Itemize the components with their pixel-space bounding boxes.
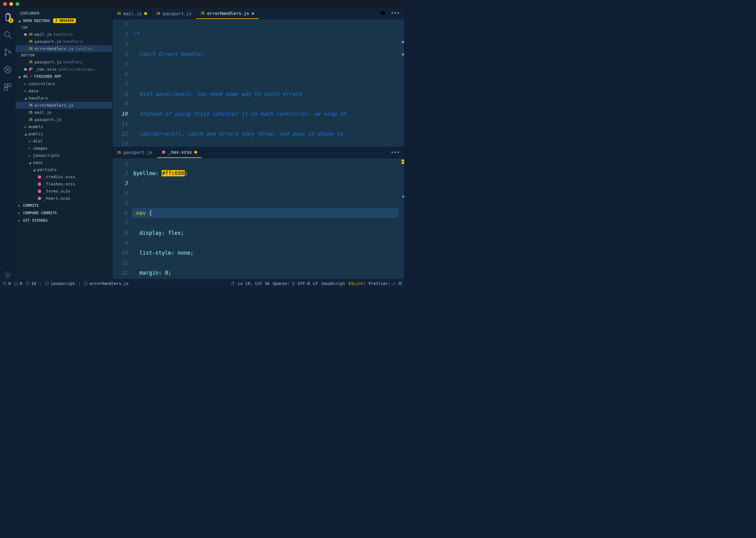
scm-icon[interactable]	[3, 48, 12, 57]
folder-sass[interactable]: ◢sass	[16, 159, 112, 166]
file-mail[interactable]: JSmail.js	[16, 109, 112, 116]
unsaved-count-badge: 2 UNSAVED	[53, 18, 76, 23]
svg-point-11	[38, 182, 41, 186]
svg-rect-6	[5, 84, 8, 87]
svg-point-12	[38, 189, 41, 193]
folder-javascripts[interactable]: ▸javascripts	[16, 152, 112, 159]
open-editor-nav-scss[interactable]: _nav.scss public/sass/pa…	[16, 66, 112, 73]
minimap[interactable]	[398, 158, 404, 279]
sidebar-title: EXPLORER	[16, 8, 112, 17]
folder-models[interactable]: ▸models	[16, 123, 112, 130]
folder-images[interactable]: ▸images	[16, 145, 112, 152]
split-editor-icon[interactable]	[380, 10, 386, 17]
project-header[interactable]: ◢ 45 - FINISHED APP	[16, 73, 112, 80]
window-titlebar	[0, 0, 404, 8]
tab-mail[interactable]: JSmail.js	[113, 8, 152, 19]
dirty-dot-icon	[144, 12, 147, 15]
folder-data[interactable]: ▸data	[16, 87, 112, 94]
editor-tabs-bottom: JSpassport.js _nav.scss •••	[113, 147, 404, 158]
explorer-sidebar: EXPLORER ◢ OPEN EDITORS 2 UNSAVED TOP JS…	[16, 8, 113, 279]
svg-point-2	[5, 49, 7, 51]
svg-point-10	[38, 175, 41, 179]
debug-icon[interactable]	[3, 65, 12, 74]
dirty-indicator-icon	[24, 33, 27, 36]
minimize-window-button[interactable]	[9, 2, 13, 6]
editor-tabs-top: JSmail.js JSpassport.js JSerrorHandlers.…	[113, 8, 404, 19]
file-credits-scss[interactable]: _credits.scss	[16, 173, 112, 180]
file-errorhandlers[interactable]: JSerrorHandlers.js	[16, 102, 112, 109]
status-encoding[interactable]: UTF-8	[298, 281, 310, 286]
minimap[interactable]	[398, 19, 404, 147]
svg-point-13	[38, 196, 41, 200]
compare-commits-section[interactable]: ▸COMPARE COMMITS	[16, 209, 112, 217]
git-stashes-section[interactable]: ▸GIT STASHES	[16, 217, 112, 224]
folder-public[interactable]: ◢public	[16, 130, 112, 137]
dirty-indicator-icon	[24, 68, 27, 71]
status-eol[interactable]: LF	[313, 281, 318, 286]
tab-passport[interactable]: JSpassport.js	[152, 8, 196, 19]
svg-rect-14	[381, 11, 385, 15]
explorer-icon[interactable]: 2	[3, 13, 12, 22]
modified-badge: 2	[8, 18, 13, 23]
dirty-dot-icon	[194, 151, 197, 154]
status-feedback-icon[interactable]: ☺	[398, 280, 402, 287]
status-scope[interactable]: javascript	[45, 281, 75, 286]
editor-group-top-label: TOP	[16, 25, 112, 31]
folder-controllers[interactable]: ▸controllers	[16, 80, 112, 87]
file-passport[interactable]: JSpassport.js	[16, 116, 112, 123]
status-prettier[interactable]: Prettier: ✓	[369, 281, 395, 286]
editor-content-bottom[interactable]: 123456789101112 $yellow: #ffc600; .nav {…	[113, 158, 404, 279]
svg-point-16	[162, 150, 165, 154]
line-gutter: 12345678910111213	[113, 19, 132, 147]
folder-handlers[interactable]: ◢handlers	[16, 94, 112, 102]
svg-point-3	[5, 54, 7, 56]
svg-point-0	[5, 32, 10, 37]
extensions-icon[interactable]	[3, 83, 12, 91]
editor-area: JSmail.js JSpassport.js JSerrorHandlers.…	[113, 8, 404, 279]
commits-section[interactable]: ▸COMMITS	[16, 202, 112, 209]
settings-gear-icon[interactable]	[3, 271, 12, 279]
tab-nav-scss[interactable]: _nav.scss	[157, 147, 202, 158]
zoom-window-button[interactable]	[16, 2, 19, 6]
svg-rect-7	[8, 84, 11, 87]
status-trash-icon[interactable]	[231, 281, 235, 286]
status-warnings[interactable]: 0	[14, 281, 23, 286]
tab-passport-b[interactable]: JSpassport.js	[113, 147, 157, 158]
svg-line-1	[9, 36, 12, 38]
folder-partials[interactable]: ◢partials	[16, 166, 112, 173]
file-forms-scss[interactable]: _forms.scss	[16, 188, 112, 195]
editor-content-top[interactable]: 12345678910111213 /* Catch Errors Handle…	[113, 19, 404, 147]
more-actions-icon[interactable]: •••	[391, 150, 400, 155]
open-editors-header[interactable]: ◢ OPEN EDITORS 2 UNSAVED	[16, 17, 112, 25]
status-spaces[interactable]: Spaces: 2	[273, 281, 294, 286]
status-lncol[interactable]: Ln 10, Col 36	[238, 281, 270, 286]
status-errors[interactable]: 0	[3, 281, 11, 286]
more-actions-icon[interactable]: •••	[391, 10, 400, 17]
svg-point-9	[7, 274, 9, 276]
folder-dist[interactable]: ▸dist	[16, 137, 112, 145]
open-editor-mail[interactable]: JS mail.js handlers	[16, 31, 112, 38]
file-flashes-scss[interactable]: _flashes.scss	[16, 180, 112, 188]
open-editor-passport[interactable]: JS passport.js handlers	[16, 38, 112, 45]
activity-bar: 2	[0, 8, 16, 279]
line-gutter: 123456789101112	[113, 158, 132, 279]
status-eslint[interactable]: ESLint!	[348, 281, 366, 286]
close-window-button[interactable]	[3, 2, 7, 6]
tab-errorhandlers[interactable]: JSerrorHandlers.js×	[196, 8, 259, 19]
close-icon[interactable]: ×	[251, 11, 254, 16]
open-editor-errorhandlers[interactable]: JS errorHandlers.js handler…	[16, 45, 112, 52]
svg-point-22	[27, 282, 28, 283]
statusbar: 0 0 10 | javascript | errorHandlers.js L…	[0, 279, 404, 287]
status-filename[interactable]: errorHandlers.js	[84, 281, 128, 286]
open-editor-passport-2[interactable]: JS passport.js handlers	[16, 58, 112, 66]
file-heart-scss[interactable]: _heart.scss	[16, 195, 112, 202]
search-icon[interactable]	[3, 30, 12, 39]
editor-group-bottom-label: BOTTOM	[16, 52, 112, 58]
svg-rect-8	[5, 87, 8, 90]
status-info[interactable]: 10	[25, 281, 36, 286]
status-language[interactable]: JavaScript	[321, 281, 345, 286]
